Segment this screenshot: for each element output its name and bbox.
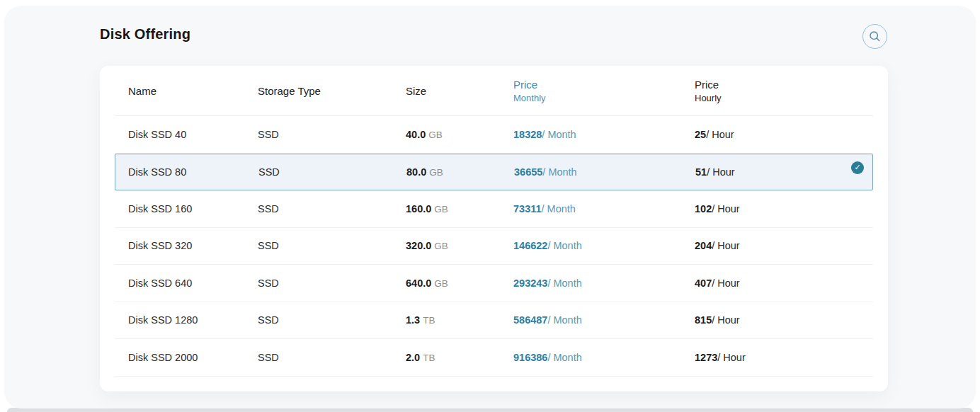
size-value: 1.3	[406, 314, 420, 326]
column-header-storage-type: Storage Type	[258, 85, 406, 97]
cell-storage-type: SSD	[258, 203, 406, 214]
selected-check-icon: ✓	[851, 161, 864, 174]
monthly-price-suffix: / Month	[547, 352, 581, 363]
cell-storage-type: SSD	[258, 277, 406, 289]
size-unit: GB	[434, 278, 448, 289]
size-unit: GB	[434, 241, 448, 251]
column-header-sublabel: Hourly	[695, 93, 873, 103]
cell-price-hourly: 407/ Hour	[695, 277, 873, 289]
hourly-price-value: 1273	[695, 352, 717, 363]
cell-name: Disk SSD 40	[115, 129, 258, 140]
cell-size: 160.0 GB	[406, 203, 513, 214]
cell-storage-type: SSD	[258, 240, 406, 251]
disk-offering-table-card: Name Storage Type Size Price Monthly	[100, 66, 888, 391]
cell-name: Disk SSD 80	[115, 166, 258, 178]
hourly-price-value: 407	[695, 277, 712, 289]
monthly-price-value: 293243	[513, 277, 547, 289]
monthly-price-value: 36655	[514, 166, 542, 178]
size-value: 80.0	[406, 166, 426, 178]
cell-price-hourly: 1273/ Hour	[695, 352, 873, 363]
size-value: 40.0	[406, 129, 426, 140]
cell-name: Disk SSD 160	[115, 203, 258, 214]
cell-name: Disk SSD 1280	[115, 314, 258, 326]
cell-price-monthly: 18328/ Month	[513, 129, 695, 140]
monthly-price-value: 146622	[513, 240, 547, 251]
hourly-price-suffix: / Hour	[706, 129, 734, 140]
size-value: 2.0	[406, 352, 420, 363]
cell-price-hourly: 51/ Hour	[695, 166, 872, 178]
cell-price-hourly: 102/ Hour	[695, 203, 873, 214]
cell-price-monthly: 36655/ Month	[514, 166, 695, 178]
table-row[interactable]: Disk SSD 640 SSD 640.0 GB 293243/ Month …	[115, 265, 873, 302]
monthly-price-value: 18328	[513, 129, 542, 140]
hourly-price-value: 102	[695, 203, 712, 214]
hourly-price-value: 204	[695, 240, 712, 251]
hourly-price-suffix: / Hour	[712, 203, 740, 214]
cell-name: Disk SSD 2000	[115, 352, 258, 363]
size-value: 640.0	[406, 277, 431, 289]
column-header-name: Name	[115, 85, 258, 97]
size-unit: TB	[423, 315, 435, 326]
table-row[interactable]: Disk SSD 1280 SSD 1.3 TB 586487/ Month 8…	[115, 302, 873, 340]
cell-storage-type: SSD	[258, 314, 406, 326]
table-row[interactable]: Disk SSD 320 SSD 320.0 GB 146622/ Month …	[115, 228, 873, 265]
search-button[interactable]	[862, 24, 887, 49]
column-header-label: Price	[513, 79, 695, 91]
hourly-price-value: 815	[695, 314, 712, 326]
column-header-label: Price	[695, 79, 873, 91]
monthly-price-value: 916386	[513, 352, 547, 363]
hourly-price-value: 51	[695, 166, 707, 178]
column-header-price-hourly: Price Hourly	[695, 79, 873, 103]
cell-price-monthly: 293243/ Month	[513, 277, 695, 289]
size-value: 160.0	[406, 203, 431, 214]
cell-storage-type: SSD	[258, 129, 406, 140]
cell-price-hourly: 25/ Hour	[695, 129, 873, 140]
page-title: Disk Offering	[100, 26, 190, 42]
monthly-price-suffix: / Month	[547, 277, 581, 289]
cell-storage-type: SSD	[258, 166, 406, 178]
table-row[interactable]: Disk SSD 160 SSD 160.0 GB 73311/ Month 1…	[115, 190, 873, 228]
hourly-price-suffix: / Hour	[712, 240, 740, 251]
monthly-price-value: 73311	[513, 203, 542, 214]
cell-price-hourly: 815/ Hour	[695, 314, 873, 326]
column-header-label: Name	[128, 85, 258, 97]
cell-size: 80.0 GB	[406, 166, 514, 178]
cell-size: 1.3 TB	[406, 314, 513, 326]
cell-size: 320.0 GB	[406, 240, 513, 251]
cell-storage-type: SSD	[258, 352, 406, 363]
monthly-price-suffix: / Month	[547, 240, 581, 251]
table-header-row: Name Storage Type Size Price Monthly	[115, 66, 873, 116]
column-header-label: Size	[406, 85, 513, 97]
cell-price-monthly: 73311/ Month	[513, 203, 695, 214]
monthly-price-suffix: / Month	[542, 166, 576, 178]
cell-name: Disk SSD 320	[115, 240, 258, 251]
monthly-price-suffix: / Month	[542, 129, 576, 140]
table-row[interactable]: Disk SSD 80 SSD 80.0 GB 36655/ Month 51/…	[115, 154, 873, 191]
cell-name: Disk SSD 640	[115, 277, 258, 289]
size-value: 320.0	[406, 240, 431, 251]
page: Disk Offering Name Storage Type	[0, 0, 980, 412]
monthly-price-value: 586487	[513, 314, 547, 326]
cell-price-monthly: 586487/ Month	[513, 314, 695, 326]
column-header-sublabel: Monthly	[513, 93, 695, 103]
cell-size: 640.0 GB	[406, 277, 513, 289]
cell-size: 2.0 TB	[406, 352, 513, 363]
hourly-price-suffix: / Hour	[717, 352, 746, 363]
table-row[interactable]: Disk SSD 2000 SSD 2.0 TB 916386/ Month 1…	[115, 339, 873, 377]
hourly-price-suffix: / Hour	[712, 314, 740, 326]
content-frame: Disk Offering Name Storage Type	[4, 6, 976, 408]
size-unit: GB	[434, 204, 448, 214]
size-unit: GB	[428, 130, 443, 140]
size-unit: TB	[423, 353, 435, 363]
size-unit: GB	[429, 167, 443, 178]
cell-size: 40.0 GB	[406, 129, 513, 140]
column-header-label: Storage Type	[258, 85, 406, 97]
hourly-price-suffix: / Hour	[707, 166, 735, 178]
table-body: Disk SSD 40 SSD 40.0 GB 18328/ Month 25/…	[115, 116, 873, 377]
hourly-price-value: 25	[695, 129, 706, 140]
monthly-price-suffix: / Month	[547, 314, 581, 326]
table-row[interactable]: Disk SSD 40 SSD 40.0 GB 18328/ Month 25/…	[115, 116, 873, 154]
cell-price-hourly: 204/ Hour	[695, 240, 873, 251]
search-icon	[869, 30, 881, 42]
column-header-price-monthly: Price Monthly	[513, 79, 695, 103]
